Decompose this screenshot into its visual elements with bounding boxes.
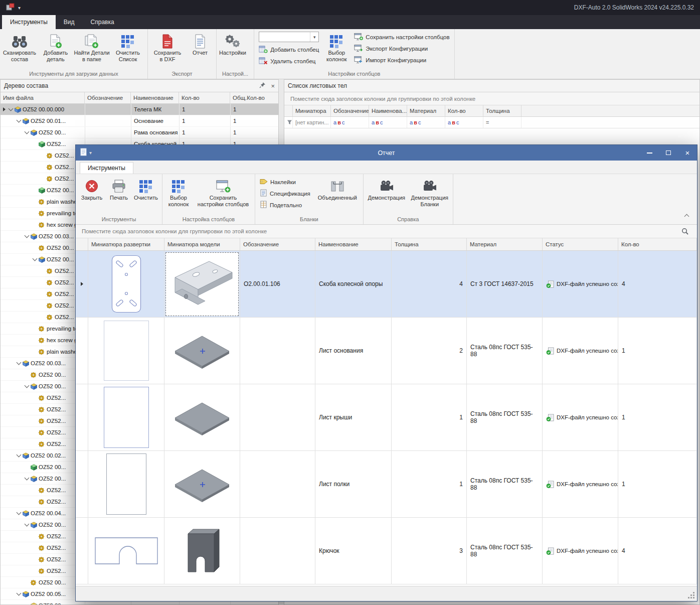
- close-button[interactable]: ×: [678, 145, 697, 161]
- dialog-clear-button[interactable]: Очистить: [131, 175, 160, 215]
- demo-blanks-button[interactable]: Демонстрация Бланки: [408, 175, 451, 215]
- sheet-col-header[interactable]: Кол-во: [445, 105, 483, 116]
- tree-row[interactable]: OZ52 00...Рама основания11: [1, 127, 278, 138]
- combo-dropdown-icon[interactable]: ▾: [310, 32, 318, 42]
- report-col-header[interactable]: Статус: [543, 238, 618, 250]
- report-dialog: ▾ Отчет × Инструменты Закрыть: [75, 144, 697, 601]
- gears-icon: [225, 33, 241, 50]
- sheet-col-header[interactable]: Обозначение: [331, 105, 369, 116]
- sheet-col-header[interactable]: Наименова...: [369, 105, 407, 116]
- col-header-qty[interactable]: Кол-во: [179, 92, 230, 103]
- filter-funnel-cell[interactable]: [284, 117, 293, 128]
- expander-icon[interactable]: [24, 385, 30, 387]
- filter-text-cell[interactable]: авс: [407, 117, 445, 128]
- assembly-icon: [30, 521, 39, 528]
- merge-columns-icon: [329, 178, 346, 195]
- report-button[interactable]: Отчет: [186, 30, 215, 70]
- settings-button[interactable]: Настройки: [218, 30, 247, 70]
- export-config-button[interactable]: Экспорт Конфигурации: [351, 43, 452, 54]
- specification-button[interactable]: Спецификация: [257, 188, 313, 199]
- report-row[interactable]: О2.00.01.106Скоба колесной опоры4Ст 3 ГО…: [76, 251, 697, 318]
- report-col-header[interactable]: Обозначение: [240, 238, 315, 250]
- dialog-tab-tools[interactable]: Инструменты: [80, 162, 133, 174]
- col-header-filename[interactable]: Имя файла: [1, 92, 85, 103]
- close-panel-icon[interactable]: ×: [271, 83, 275, 89]
- sheet-groupby-bar[interactable]: Поместите сюда заголовок колонки для гру…: [284, 92, 699, 105]
- expander-icon[interactable]: [24, 131, 30, 133]
- sheet-col-header[interactable]: Миниатюра: [293, 105, 331, 116]
- app-icon[interactable]: [6, 3, 15, 13]
- minimize-button[interactable]: [640, 145, 659, 161]
- report-col-header[interactable]: Кол-во: [618, 238, 697, 250]
- by-detail-button[interactable]: Подетально: [257, 199, 313, 211]
- resize-grip[interactable]: [693, 597, 694, 598]
- import-config-button[interactable]: Импорт Конфигурации: [351, 54, 452, 66]
- scan-structure-button[interactable]: Сканировать состав: [2, 30, 38, 70]
- merged-button[interactable]: Объединенный: [313, 175, 362, 215]
- binoculars-icon: [11, 33, 28, 50]
- expander-icon[interactable]: [16, 593, 22, 595]
- find-parts-button[interactable]: Найти Детали в папке: [74, 30, 110, 70]
- save-column-settings-button[interactable]: Сохранить настройки столбцов: [351, 31, 452, 43]
- main-tab-1[interactable]: Вид: [56, 15, 83, 29]
- add-column-button[interactable]: Добавить столбец: [256, 44, 322, 55]
- delete-column-icon: [259, 57, 268, 66]
- sheet-col-header[interactable]: Материал: [407, 105, 445, 116]
- print-button[interactable]: Печать: [106, 175, 131, 215]
- col-header-total-qty[interactable]: Общ.Кол-во: [230, 92, 278, 103]
- tree-row[interactable]: OZ52 00.01...Основание11: [1, 115, 278, 127]
- expander-icon[interactable]: [24, 478, 30, 480]
- dialog-groupby-bar[interactable]: Поместите сюда заголовок колонки для гру…: [76, 225, 697, 238]
- main-tab-2[interactable]: Справка: [83, 15, 122, 29]
- expander-icon[interactable]: [24, 235, 30, 237]
- add-part-button[interactable]: Добавить деталь: [38, 30, 74, 70]
- titlebar-caret-icon[interactable]: ▾: [18, 5, 21, 11]
- column-choice-button[interactable]: Выбор колонок: [322, 30, 351, 70]
- stickers-button[interactable]: Наклейки: [257, 176, 313, 188]
- report-row[interactable]: Лист основания2Сталь 08пс ГОСТ 535-88DXF…: [76, 318, 697, 384]
- dialog-save-column-settings-button[interactable]: Сохранить настройки столбцов: [193, 175, 253, 215]
- filter-equals-cell[interactable]: =: [483, 117, 521, 128]
- report-col-header[interactable]: Толщина: [392, 238, 467, 250]
- filter-text-cell[interactable]: авс: [331, 117, 369, 128]
- delete-column-button[interactable]: Удалить столбец: [256, 55, 322, 67]
- maximize-button[interactable]: [659, 145, 678, 161]
- col-header-designation[interactable]: Обозначение: [85, 92, 131, 103]
- dialog-tab-bar: Инструменты: [76, 161, 697, 174]
- sheet-col-header[interactable]: Толщина: [483, 105, 521, 116]
- report-row[interactable]: Лист крыши1Сталь 08пс ГОСТ 535-88DXF-фай…: [76, 384, 697, 451]
- dialog-close-button[interactable]: Закрыть: [77, 175, 106, 215]
- tree-node-label: OZ52...: [47, 418, 66, 424]
- expander-icon[interactable]: [16, 120, 22, 122]
- report-row[interactable]: Лист полки1Сталь 08пс ГОСТ 535-88DXF-фай…: [76, 451, 697, 518]
- expander-icon[interactable]: [16, 455, 22, 457]
- clear-list-button[interactable]: Очистить Список: [110, 30, 146, 70]
- expander-icon[interactable]: [32, 258, 38, 260]
- column-preset-combobox[interactable]: ▾: [259, 32, 319, 42]
- dialog-titlebar[interactable]: ▾ Отчет ×: [76, 145, 697, 161]
- expander-icon[interactable]: [24, 524, 30, 526]
- col-header-name[interactable]: Наименование: [131, 92, 179, 103]
- expander-icon[interactable]: [16, 362, 22, 364]
- filter-thumbnail-cell[interactable]: [нет картин...: [293, 117, 331, 128]
- scatter-grid-icon: [138, 178, 153, 195]
- filter-text-cell[interactable]: авс: [445, 117, 483, 128]
- ribbon-collapse-icon[interactable]: [682, 212, 691, 220]
- filter-text-cell[interactable]: авс: [369, 117, 407, 128]
- report-col-header[interactable]: Миниатюра развертки: [88, 238, 164, 250]
- expander-icon[interactable]: [8, 108, 14, 110]
- search-icon[interactable]: [679, 228, 691, 235]
- save-dxf-button[interactable]: Сохранить в DXF: [149, 30, 186, 70]
- tree-row[interactable]: OZ52 00.00.000Телега МК11: [1, 104, 278, 115]
- report-col-header[interactable]: Материал: [467, 238, 543, 250]
- dialog-column-choice-button[interactable]: Выбор колонок: [164, 175, 193, 215]
- report-col-header[interactable]: Наименование: [315, 238, 392, 250]
- dialog-doc-icon[interactable]: [80, 148, 87, 158]
- demo-button[interactable]: Демонстрация: [365, 175, 408, 215]
- dialog-caret-icon[interactable]: ▾: [89, 150, 92, 156]
- report-col-header[interactable]: Миниатюра модели: [164, 238, 240, 250]
- expander-icon[interactable]: [16, 512, 22, 514]
- report-row[interactable]: Крючок3Сталь 08пс ГОСТ 535-88DXF-файл ус…: [76, 518, 697, 584]
- pin-icon[interactable]: [259, 82, 266, 90]
- main-tab-0[interactable]: Инструменты: [2, 15, 56, 29]
